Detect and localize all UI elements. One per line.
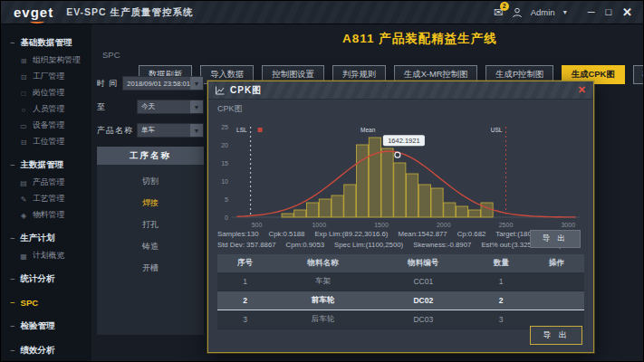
sidebar-item-物料管理[interactable]: ◈物料管理 (1, 207, 91, 224)
filter-label: 产品名称 (97, 125, 137, 137)
sidebar-item-设备管理[interactable]: ▭设备管理 (1, 118, 91, 134)
sidebar-section-绩效分析[interactable]: −绩效分析 (1, 341, 91, 360)
collapse-icon: − (10, 321, 15, 331)
sidebar-item-产品管理[interactable]: ▤产品管理 (1, 175, 91, 191)
collapse-icon: − (10, 298, 15, 308)
plan-icon: ▦ (19, 252, 28, 261)
collapse-icon: − (10, 346, 15, 356)
table-row[interactable]: 3后车轮DC033 (217, 310, 584, 329)
cpk-histogram-chart[interactable]: 051015202550010001500200025003000LSLMean… (216, 115, 586, 229)
chevron-down-icon[interactable]: ▼ (190, 124, 203, 137)
sidebar-item-组织架构管理[interactable]: ⊞组织架构管理 (1, 52, 91, 69)
app-title: EV-SPC 生产质量管控系统 (66, 6, 193, 19)
station-icon: ⊟ (19, 138, 28, 147)
sidebar-item-label: 岗位管理 (33, 88, 64, 99)
table-cell: 3 (217, 310, 273, 329)
process-list-panel: 工序名称 切割焊接打孔铸造开槽 (97, 147, 204, 335)
sidebar-item-工厂管理[interactable]: ⊡工厂管理 (1, 69, 91, 85)
user-icon[interactable] (512, 7, 523, 18)
sidebar-item-label: 人员管理 (33, 104, 64, 115)
cpk-dialog-titlebar[interactable]: CPK图 ✕ (208, 81, 593, 100)
device-icon: ▭ (19, 122, 28, 130)
dropdown-value: 单车 (138, 126, 190, 135)
sidebar-item-人员管理[interactable]: ○人员管理 (1, 101, 91, 118)
table-cell: 车架 (273, 272, 373, 291)
table-row[interactable]: 1车架CC011 (217, 272, 584, 291)
dialog-close-icon[interactable]: ✕ (578, 84, 586, 96)
maximize-icon[interactable]: □ (605, 7, 611, 17)
user-name[interactable]: Admin (531, 7, 555, 17)
minimize-icon[interactable]: ─ (588, 7, 595, 17)
stats-area: Samples:130Cpk:0.5188Exp Lim:(89.22,3016… (208, 229, 593, 249)
sidebar-section-检验管理[interactable]: −检验管理 (1, 317, 91, 336)
chevron-down-icon[interactable]: ▼ (190, 100, 203, 113)
sidebar-item-计划概览[interactable]: ▦计划概览 (1, 248, 91, 264)
svg-text:USL: USL (491, 127, 503, 133)
table-cell: 后车轮 (273, 310, 373, 329)
brand-logo: evget (14, 5, 53, 20)
stat-value: Cpm:0.9053 (286, 241, 324, 249)
material-icon: ◈ (19, 212, 28, 220)
svg-text:Mean: Mean (360, 127, 376, 133)
user-menu-chevron-icon[interactable]: ▾ (563, 8, 567, 16)
svg-text:2500: 2500 (499, 222, 514, 228)
table-cell: 2 (217, 291, 273, 310)
sidebar-section-统计分析[interactable]: −统计分析 (1, 270, 91, 289)
app-window: evget EV-SPC 生产质量管控系统 ✉ 2 Admin ▾ ─ □ ✕ … (0, 0, 644, 362)
svg-text:25: 25 (221, 124, 228, 130)
dropdown-value: 2018/09/01 23:58:01 (123, 80, 190, 88)
svg-text:LSL: LSL (236, 127, 247, 133)
sidebar-section-label: 绩效分析 (21, 345, 55, 357)
stat-value: Mean:1542.877 (398, 230, 447, 238)
sidebar-item-label: 计划概览 (33, 251, 64, 262)
table-header-cell: 序号 (217, 254, 273, 272)
process-item-铸造[interactable]: 铸造 (97, 241, 204, 252)
factory-icon: ⊡ (19, 73, 28, 81)
table-header-cell: 物料编号 (373, 254, 474, 272)
sidebar-section-SPC[interactable]: −SPC (1, 294, 91, 311)
svg-text:0: 0 (225, 214, 228, 221)
table-cell: 1 (474, 272, 529, 291)
collapse-icon: − (10, 38, 15, 48)
sidebar-section-基础数据管理[interactable]: −基础数据管理 (1, 33, 91, 52)
process-item-切割[interactable]: 切割 (97, 176, 204, 187)
process-item-开槽[interactable]: 开槽 (97, 262, 204, 274)
export-chart-button[interactable]: 导 出 (530, 230, 581, 248)
chevron-down-icon[interactable]: ▼ (190, 77, 203, 90)
filter-label: 至 (97, 101, 137, 113)
svg-text:20: 20 (221, 142, 228, 148)
filter-dropdown-1[interactable]: 今天▼ (137, 100, 204, 114)
dropdown-value: 今天 (138, 102, 190, 111)
table-cell (529, 272, 584, 291)
table-row[interactable]: 2前车轮DC022 (217, 291, 584, 310)
svg-text:500: 500 (252, 222, 263, 228)
stat-value: Cpk:0.5188 (269, 230, 305, 238)
cpk-dialog-title: CPK图 (230, 84, 262, 97)
sidebar-section-主数据管理[interactable]: −主数据管理 (1, 156, 91, 175)
filter-dropdown-2[interactable]: 单车▼ (137, 123, 204, 138)
toolbar-button-模板保存[interactable]: 模板保存 (633, 65, 644, 84)
process-item-打孔[interactable]: 打孔 (97, 219, 204, 231)
process-list-header: 工序名称 (97, 147, 204, 165)
org-icon: ⊞ (19, 57, 28, 65)
sidebar-item-岗位管理[interactable]: □岗位管理 (1, 85, 91, 101)
mail-badge: 2 (500, 2, 509, 11)
sidebar-item-label: 物料管理 (33, 210, 64, 221)
filter-dropdown-0[interactable]: 2018/09/01 23:58:01▼ (122, 76, 204, 90)
svg-text:1642.1921: 1642.1921 (388, 137, 419, 145)
sidebar-item-label: 工位管理 (33, 137, 64, 148)
svg-text:10: 10 (221, 178, 228, 185)
export-table-button[interactable]: 导 出 (530, 326, 582, 345)
mail-icon[interactable]: ✉ 2 (494, 5, 504, 19)
collapse-icon: − (10, 274, 15, 284)
cpk-dialog: CPK图 ✕ CPK图 0510152025500100015002000250… (207, 81, 594, 353)
close-icon[interactable]: ✕ (622, 6, 632, 18)
table-header-cell: 数量 (474, 254, 529, 272)
process-item-焊接[interactable]: 焊接 (97, 197, 204, 209)
sidebar-item-工艺管理[interactable]: ✎工艺管理 (1, 191, 91, 207)
chart-icon (216, 86, 225, 95)
svg-text:3000: 3000 (561, 222, 575, 228)
sidebar-section-生产计划[interactable]: −生产计划 (1, 229, 91, 248)
sidebar-item-工位管理[interactable]: ⊟工位管理 (1, 134, 91, 150)
sidebar-section-label: 主数据管理 (21, 159, 64, 171)
